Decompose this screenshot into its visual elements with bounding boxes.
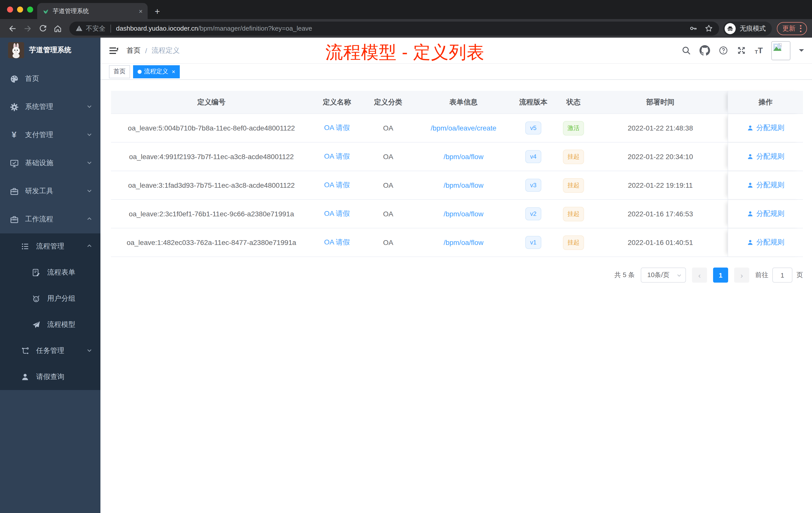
update-button[interactable]: 更新: [777, 22, 807, 35]
github-icon[interactable]: [699, 45, 710, 56]
col-header: 定义分类: [362, 91, 414, 114]
tag-process-definition[interactable]: 流程定义 ×: [133, 65, 180, 78]
sidebar-item-task-mgmt[interactable]: 任务管理: [0, 338, 100, 364]
chevron-down-icon: [86, 103, 92, 111]
yen-icon: ¥: [8, 130, 20, 140]
help-icon[interactable]: [719, 46, 728, 55]
key-icon[interactable]: [689, 24, 697, 33]
not-secure-label: 不安全: [86, 24, 106, 33]
page-size-select[interactable]: 10条/页: [641, 268, 686, 282]
assign-rule-link[interactable]: 分配规则: [747, 238, 784, 247]
definition-name-link[interactable]: OA 请假: [324, 181, 350, 190]
sidebar-item-infra[interactable]: 基础设施: [0, 149, 100, 177]
list-tree-icon: [19, 242, 31, 251]
prev-page-button[interactable]: ‹: [692, 268, 707, 282]
incognito-label: 无痕模式: [740, 24, 766, 33]
page-size-value: 10条/页: [647, 271, 669, 280]
chevron-down-icon: [86, 131, 92, 139]
avatar-caret-icon[interactable]: [799, 49, 804, 54]
sidebar-item-devtools[interactable]: 研发工具: [0, 177, 100, 205]
assign-rule-link[interactable]: 分配规则: [747, 152, 784, 161]
url-path: /bpm/manager/definition?key=oa_leave: [198, 25, 312, 32]
tag-home[interactable]: 首页: [109, 65, 130, 78]
sidebar-item-payment[interactable]: ¥ 支付管理: [0, 121, 100, 149]
sidebar-item-label: 支付管理: [25, 130, 86, 140]
forward-icon[interactable]: [20, 24, 35, 33]
form-link[interactable]: /bpm/oa/flow: [444, 153, 484, 161]
sidebar-fold-icon[interactable]: [109, 46, 118, 56]
next-page-button[interactable]: ›: [734, 268, 749, 282]
form-link[interactable]: /bpm/oa/leave/create: [431, 124, 496, 132]
definition-name-link[interactable]: OA 请假: [324, 209, 350, 218]
sidebar-item-workflow[interactable]: 工作流程: [0, 205, 100, 233]
fullscreen-icon[interactable]: [737, 46, 746, 55]
chevron-down-icon: [86, 159, 92, 167]
home-icon[interactable]: [50, 24, 65, 33]
select-caret-icon: [676, 272, 682, 278]
status-badge: 挂起: [563, 235, 584, 250]
chevron-up-icon: [86, 215, 92, 223]
incognito-badge: 无痕模式: [723, 21, 772, 35]
back-icon[interactable]: [5, 24, 20, 33]
version-badge: v2: [525, 207, 541, 220]
chevron-down-icon: [86, 347, 92, 355]
sidebar-item-process-form[interactable]: 流程表单: [0, 260, 100, 285]
window-minimize-button[interactable]: [17, 6, 23, 12]
breadcrumb-separator: /: [145, 47, 147, 55]
window-zoom-button[interactable]: [27, 6, 33, 12]
cell-deploy-time: 2022-01-22 19:19:11: [593, 171, 728, 199]
goto-unit: 页: [796, 271, 803, 280]
form-link[interactable]: /bpm/oa/flow: [444, 238, 484, 246]
sidebar-item-label: 流程模型: [47, 320, 92, 329]
bookmark-star-icon[interactable]: [704, 24, 713, 33]
reload-icon[interactable]: [35, 24, 50, 33]
col-header: 流程版本: [513, 91, 554, 114]
col-header: 操作: [728, 91, 803, 114]
table-row: oa_leave:1:482ec033-762a-11ec-8477-a2380…: [111, 229, 803, 257]
tag-label: 首页: [114, 67, 125, 76]
tags-view: 首页 流程定义 ×: [100, 64, 812, 80]
table-row: oa_leave:2:3c1f0ef1-76b1-11ec-9c66-a2380…: [111, 200, 803, 229]
col-header: 部署时间: [593, 91, 728, 114]
sidebar-menu: 首页 系统管理 ¥ 支付管理: [0, 63, 100, 390]
definition-name-link[interactable]: OA 请假: [324, 123, 350, 132]
sidebar-item-system[interactable]: 系统管理: [0, 93, 100, 121]
sidebar-item-leave-query[interactable]: 请假查询: [0, 364, 100, 390]
search-icon[interactable]: [682, 46, 691, 55]
page-1-button[interactable]: 1: [713, 268, 728, 282]
avatar[interactable]: [771, 41, 790, 60]
sidebar-logo[interactable]: 芋道管理系统: [0, 38, 100, 63]
sidebar-item-label: 首页: [25, 74, 92, 83]
status-badge: 挂起: [563, 178, 584, 192]
new-tab-button[interactable]: +: [155, 6, 160, 17]
breadcrumb-home[interactable]: 首页: [126, 46, 141, 55]
form-link[interactable]: /bpm/oa/flow: [444, 181, 484, 189]
form-link[interactable]: /bpm/oa/flow: [444, 210, 484, 218]
sidebar-item-process-model[interactable]: 流程模型: [0, 312, 100, 338]
window-close-button[interactable]: [7, 6, 13, 12]
page-content: 定义编号 定义名称 定义分类 表单信息 流程版本 状态 部署时间 操作 oa_l…: [100, 80, 812, 513]
favicon-plant-icon: [42, 7, 49, 14]
cell-category: OA: [362, 229, 414, 256]
sidebar-item-label: 用户分组: [47, 294, 92, 303]
definition-name-link[interactable]: OA 请假: [324, 152, 350, 161]
sidebar-item-home[interactable]: 首页: [0, 65, 100, 93]
assign-rule-link[interactable]: 分配规则: [747, 181, 784, 190]
tag-close-icon[interactable]: ×: [172, 68, 175, 75]
assign-rule-link[interactable]: 分配规则: [747, 209, 784, 218]
sidebar-item-process-mgmt[interactable]: 流程管理: [0, 233, 100, 260]
version-badge: v4: [525, 150, 541, 163]
cell-category: OA: [362, 171, 414, 199]
goto-page-input[interactable]: [772, 268, 792, 282]
sidebar-item-user-group[interactable]: 用户分组: [0, 285, 100, 312]
col-header: 定义编号: [111, 91, 312, 114]
cell-deploy-time: 2022-01-22 20:34:10: [593, 143, 728, 171]
assign-rule-link[interactable]: 分配规则: [747, 123, 784, 132]
address-bar[interactable]: 不安全 dashboard.yudao.iocoder.cn/bpm/manag…: [69, 21, 719, 35]
tab-close-icon[interactable]: ×: [139, 7, 143, 15]
browser-menu-icon[interactable]: [800, 25, 802, 32]
browser-tab[interactable]: 芋道管理系统 ×: [37, 3, 148, 19]
goto-label: 前往: [755, 271, 768, 280]
definition-name-link[interactable]: OA 请假: [324, 238, 350, 247]
text-size-icon[interactable]: TT: [755, 47, 763, 55]
